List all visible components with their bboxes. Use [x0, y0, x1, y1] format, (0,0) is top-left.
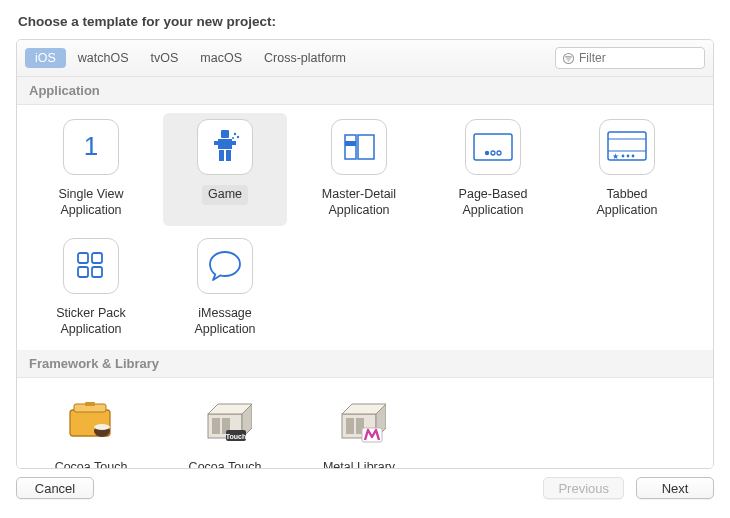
template-scroll[interactable]: Application 1 Single View Application [17, 77, 713, 468]
svg-point-25 [622, 155, 625, 158]
template-cocoa-touch-static[interactable]: Touch Cocoa Touch Static Library [163, 386, 287, 469]
svg-rect-10 [226, 150, 231, 161]
svg-rect-30 [78, 267, 88, 277]
framework-icon [63, 392, 119, 448]
section-header-application: Application [17, 77, 713, 105]
svg-point-18 [485, 151, 489, 155]
svg-rect-40 [212, 418, 220, 434]
template-page-based[interactable]: Page-Based Application [431, 113, 555, 226]
filter-icon [562, 52, 575, 65]
template-label: iMessage Application [188, 304, 261, 339]
next-button[interactable]: Next [636, 477, 714, 499]
imessage-icon [197, 238, 253, 294]
game-icon [197, 119, 253, 175]
filter-field-wrap[interactable] [555, 47, 705, 69]
template-label: Metal Library [317, 458, 401, 469]
svg-rect-16 [358, 135, 374, 159]
static-lib-icon: Touch [197, 392, 253, 448]
previous-button: Previous [543, 477, 624, 499]
svg-rect-17 [474, 134, 512, 160]
svg-rect-5 [221, 130, 229, 138]
template-label: Tabbed Application [590, 185, 663, 220]
svg-point-19 [491, 151, 495, 155]
svg-point-12 [237, 136, 239, 138]
svg-rect-31 [92, 267, 102, 277]
svg-text:★: ★ [612, 152, 619, 161]
platform-tab-watchos[interactable]: watchOS [68, 48, 139, 68]
page-based-icon [465, 119, 521, 175]
grid-framework: Cocoa Touch Framework Touch [17, 378, 713, 469]
svg-rect-15 [345, 141, 356, 146]
svg-point-36 [94, 424, 110, 430]
master-detail-icon [331, 119, 387, 175]
section-header-framework: Framework & Library [17, 350, 713, 378]
svg-rect-8 [232, 141, 236, 145]
page-title: Choose a template for your new project: [18, 14, 714, 29]
template-panel: iOS watchOS tvOS macOS Cross-platform Ap… [16, 39, 714, 469]
template-master-detail[interactable]: Master-Detail Application [297, 113, 421, 226]
platform-bar: iOS watchOS tvOS macOS Cross-platform [17, 40, 713, 77]
svg-point-27 [632, 155, 635, 158]
svg-rect-47 [346, 418, 354, 434]
platform-tab-macos[interactable]: macOS [190, 48, 252, 68]
template-label: Single View Application [52, 185, 129, 220]
svg-rect-14 [345, 135, 356, 159]
template-cocoa-touch-framework[interactable]: Cocoa Touch Framework [29, 386, 153, 469]
sticker-pack-icon [63, 238, 119, 294]
svg-rect-6 [218, 139, 232, 149]
tabbed-icon: ★ [599, 119, 655, 175]
footer: Cancel Previous Next [16, 469, 714, 499]
template-label: Master-Detail Application [316, 185, 402, 220]
template-label: Game [202, 185, 248, 205]
template-metal-library[interactable]: Metal Library [297, 386, 421, 469]
svg-rect-9 [219, 150, 224, 161]
svg-rect-28 [78, 253, 88, 263]
grid-application: 1 Single View Application [17, 105, 713, 350]
svg-rect-29 [92, 253, 102, 263]
template-tabbed[interactable]: ★ Tabbed Application [565, 113, 689, 226]
template-label: Page-Based Application [453, 185, 534, 220]
template-label: Sticker Pack Application [50, 304, 131, 339]
template-label: Cocoa Touch Framework [49, 458, 134, 469]
svg-text:Touch: Touch [226, 432, 246, 439]
platform-tabs: iOS watchOS tvOS macOS Cross-platform [25, 48, 356, 68]
template-imessage[interactable]: iMessage Application [163, 232, 287, 345]
svg-rect-7 [214, 141, 218, 145]
metal-lib-icon [331, 392, 387, 448]
svg-point-11 [234, 133, 236, 135]
filter-input[interactable] [579, 51, 698, 65]
single-view-icon: 1 [63, 119, 119, 175]
platform-tab-crossplatform[interactable]: Cross-platform [254, 48, 356, 68]
platform-tab-ios[interactable]: iOS [25, 48, 66, 68]
svg-text:1: 1 [84, 131, 98, 161]
template-single-view[interactable]: 1 Single View Application [29, 113, 153, 226]
template-game[interactable]: Game [163, 113, 287, 226]
svg-point-20 [497, 151, 501, 155]
svg-rect-34 [85, 402, 95, 406]
template-sticker-pack[interactable]: Sticker Pack Application [29, 232, 153, 345]
template-label: Cocoa Touch Static Library [183, 458, 268, 469]
svg-point-13 [232, 137, 234, 139]
platform-tab-tvos[interactable]: tvOS [141, 48, 189, 68]
svg-point-26 [627, 155, 630, 158]
cancel-button[interactable]: Cancel [16, 477, 94, 499]
